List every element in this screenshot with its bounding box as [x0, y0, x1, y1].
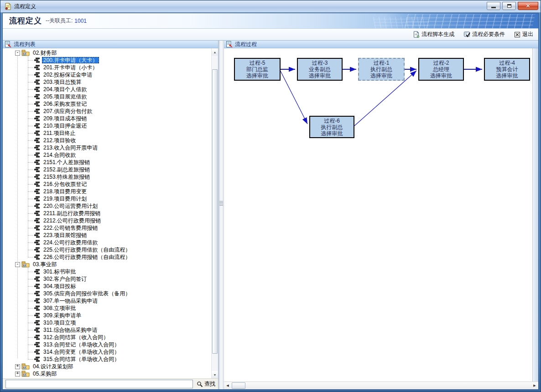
tree-node-flow[interactable]: 216.分包收票登记 [3, 181, 211, 188]
tree-node-flow[interactable]: 202.投标保证金申请 [3, 71, 211, 78]
search-button[interactable]: 查找 [195, 380, 217, 388]
tree-node-flow[interactable]: 2152.副总差旅报销 [3, 166, 211, 173]
tree-node-flow[interactable]: 307.单一物品采购申请 [3, 297, 211, 304]
tree-node-flow[interactable]: 212.项目验收 [3, 137, 211, 144]
flow-node-p2[interactable]: 过程-2总经理选择审批 [418, 58, 464, 81]
flow-canvas[interactable]: 过程-5部门总监选择审批过程-3业务副总选择审批过程-1执行副总选择审批过程-2… [224, 48, 532, 382]
canvas-horizontal-scrollbar[interactable]: ◀ ▶ [224, 382, 538, 389]
tree-node-flow[interactable]: 222.公司销售费用报销 [3, 224, 211, 232]
process-diagram-header: 流程过程 [224, 41, 538, 48]
tree-node-flow[interactable]: 311.综合物品采购申请 [3, 326, 211, 334]
tree-node-label: 311.综合物品采购申请 [42, 327, 99, 333]
scroll-left-icon[interactable]: ◀ [224, 382, 231, 389]
tree-node-flow[interactable]: 224.公司行政费用借款 [3, 239, 211, 246]
canvas-vertical-scrollbar[interactable] [532, 48, 538, 382]
tree-node-flow[interactable]: 209.项目成本报销 [3, 115, 211, 122]
flow-item-icon [34, 305, 40, 311]
tree-node-flow[interactable]: 302.客户合同签订 [3, 275, 211, 283]
tree-node-flow[interactable]: 2153.特殊差旅报销 [3, 173, 211, 181]
panel-splitter[interactable] [218, 41, 224, 389]
tree-node-flow[interactable]: 314.合同变更（单场收入合同） [3, 348, 211, 356]
tree-node-flow[interactable]: 213.收入合同开票申请 [3, 144, 211, 151]
tree-node-department[interactable]: - 03.事业部 [3, 261, 211, 268]
tree-node-flow[interactable]: 203.项目总预算 [3, 78, 211, 86]
flow-item-icon [34, 320, 40, 326]
search-button-label: 查找 [204, 380, 215, 388]
flow-edges [224, 48, 532, 382]
flow-item-icon [34, 101, 40, 107]
required-conditions-button[interactable]: 流程必要条件 [462, 30, 506, 39]
tree-node-flow[interactable]: 312.合同结算（收入合同） [3, 334, 211, 341]
tree-node-flow[interactable]: 309.采购申请单 [3, 312, 211, 319]
search-icon [197, 381, 203, 387]
tree-node-flow[interactable]: 2211.副总行政费用报销 [3, 210, 211, 217]
expand-box-icon[interactable]: + [15, 364, 20, 369]
tree-node-flow[interactable]: 200.开卡申请（大卡） [3, 57, 211, 64]
tree-node-department[interactable]: - 02.财务部 [3, 49, 211, 57]
tree-node-label-selected: 200.开卡申请（大卡） [42, 57, 99, 63]
tree-node-flow[interactable]: 2212.公司行政费用报销 [3, 217, 211, 224]
minimize-button[interactable] [487, 2, 500, 10]
splitter-grip-icon [219, 201, 223, 206]
scroll-up-icon[interactable]: ▲ [212, 48, 218, 56]
tree-connector [28, 67, 33, 68]
flow-node-p6[interactable]: 过程-6执行副总选择审批 [309, 116, 354, 138]
tree-node-flow[interactable]: 301.标书审批 [3, 268, 211, 275]
tree-node-flow[interactable]: 304.项目投标 [3, 283, 211, 290]
expand-box-icon[interactable]: + [15, 371, 20, 377]
tree-node-label: 225.公司行政费用借款（自由流程） [42, 247, 132, 253]
tree-node-flow[interactable]: 207.供应商分包付款 [3, 108, 211, 115]
canvas-scrollbar-thumb[interactable] [232, 382, 245, 389]
tree-node-label: 212.项目验收 [42, 137, 77, 144]
toolbar: 流程脚本生成 流程必要条件 退出 [3, 29, 538, 41]
tree-node-flow[interactable]: 225.公司行政费用借款（自由流程） [3, 246, 211, 253]
tree-node-flow[interactable]: 210.项目押金退还 [3, 122, 211, 129]
maximize-button[interactable] [502, 2, 516, 10]
tree-node-flow[interactable]: 206.采购发票登记 [3, 100, 211, 108]
tree-node-label: 2151.个人差旅报销 [42, 159, 91, 165]
tree-node-label: 210.项目押金退还 [42, 123, 88, 129]
tree-node-flow[interactable]: 201.开卡申请（小卡） [3, 64, 211, 71]
tree-node-flow[interactable]: 220.公司运营费用计划 [3, 202, 211, 210]
exit-label: 退出 [522, 31, 533, 38]
script-generate-button[interactable]: 流程脚本生成 [411, 30, 456, 39]
close-button[interactable]: ✕ [518, 2, 538, 10]
exit-button[interactable]: 退出 [513, 30, 535, 39]
tree-node-department[interactable]: + 04.设计及策划部 [3, 363, 211, 370]
tree-node-flow[interactable]: 315.合同结算（单场收入合同） [3, 356, 211, 363]
tree-node-flow[interactable]: 305.供应商合同报价审批表（备用） [3, 290, 211, 297]
tree-node-label: 2211.副总行政费用报销 [42, 210, 102, 217]
collapse-box-icon[interactable]: - [15, 51, 20, 56]
tree-node-flow[interactable]: 214.合同收款 [3, 151, 211, 159]
flow-node-p1[interactable]: 过程-1执行副总选择审批 [358, 58, 405, 81]
flow-node-p4[interactable]: 过程-4预算会计选择审批 [484, 58, 530, 81]
tree-node-flow[interactable]: 308.立项审批 [3, 304, 211, 312]
scroll-right-icon[interactable]: ▶ [531, 382, 538, 389]
collapse-box-icon[interactable]: - [15, 262, 20, 267]
tree-node-flow[interactable]: 219.项目费用计划 [3, 195, 211, 202]
header-band: 流程定义 --关联员工: 1001 [3, 13, 538, 29]
tree-node-flow[interactable]: 205.项目展览借款 [3, 93, 211, 100]
tree-node-flow[interactable]: 223.项目展馆报销 [3, 232, 211, 239]
tree-connector [28, 111, 33, 112]
tree-connector [28, 75, 33, 75]
tree-node-flow[interactable]: 310.项目立项 [3, 319, 211, 326]
tree-node-flow[interactable]: 313.合同登记（单场收入合同） [3, 341, 211, 348]
tree-node-flow[interactable]: 211.项目终止 [3, 129, 211, 137]
tree-scrollbar-thumb[interactable] [212, 69, 218, 354]
tree-node-flow[interactable]: 2151.个人差旅报销 [3, 159, 211, 166]
tree-node-flow[interactable]: 204.项目个人借款 [3, 86, 211, 93]
tree-node-flow[interactable]: 226.公司行政费用报销（自由流程） [3, 253, 211, 261]
titlebar[interactable]: 流程定义 ✕ [0, 0, 541, 13]
flow-item-icon [34, 232, 40, 238]
tree-node-label: 05.采购部 [31, 371, 58, 377]
search-input[interactable] [5, 380, 193, 388]
flow-item-icon [34, 188, 40, 195]
flow-node-p5[interactable]: 过程-5部门总监选择审批 [234, 58, 281, 81]
scroll-down-icon[interactable]: ▼ [212, 371, 218, 378]
tree-connector [28, 323, 33, 323]
tree-node-flow[interactable]: 218.项目费用变更 [3, 188, 211, 195]
tree-node-department[interactable]: + 05.采购部 [3, 370, 211, 377]
flow-node-p3[interactable]: 过程-3业务副总选择审批 [297, 58, 343, 81]
tree-scrollbar[interactable]: ▲ ▼ [211, 48, 218, 378]
